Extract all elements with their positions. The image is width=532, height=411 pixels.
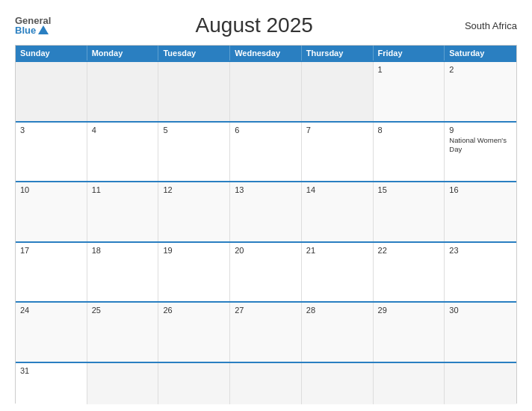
header: General Blue August 2025 South Africa: [15, 13, 517, 37]
table-row: 22: [374, 243, 445, 302]
header-thursday: Thursday: [302, 46, 374, 61]
table-row: [374, 363, 445, 404]
table-row: 17: [16, 243, 87, 302]
logo-blue-text: Blue: [15, 25, 36, 35]
table-row: 9 National Women's Day: [445, 123, 516, 182]
table-row: 6: [230, 123, 302, 182]
table-row: 31: [16, 363, 87, 404]
table-row: 19: [158, 243, 230, 302]
calendar-header: Sunday Monday Tuesday Wednesday Thursday…: [16, 46, 516, 61]
table-row: 10: [16, 182, 87, 241]
table-row: 24: [16, 303, 87, 362]
table-row: 7: [302, 123, 374, 182]
table-row: 1: [374, 62, 445, 121]
page-title: August 2025: [51, 13, 457, 37]
week-6: 31: [16, 362, 516, 403]
calendar-grid: Sunday Monday Tuesday Wednesday Thursday…: [15, 45, 517, 404]
table-row: [87, 363, 159, 404]
table-row: [230, 62, 302, 121]
table-row: 25: [87, 303, 159, 362]
table-row: 23: [445, 243, 516, 302]
header-friday: Friday: [374, 46, 445, 61]
table-row: 5: [158, 123, 230, 182]
table-row: 14: [302, 182, 374, 241]
table-row: 12: [158, 182, 230, 241]
table-row: 29: [374, 303, 445, 362]
week-3: 10 11 12 13 14 15 16: [16, 181, 516, 241]
table-row: 27: [230, 303, 302, 362]
table-row: 11: [87, 182, 159, 241]
table-row: 8: [374, 123, 445, 182]
table-row: [445, 363, 516, 404]
table-row: 28: [302, 303, 374, 362]
header-tuesday: Tuesday: [158, 46, 230, 61]
week-5: 24 25 26 27 28 29 30: [16, 301, 516, 362]
calendar-page: General Blue August 2025 South Africa Su…: [0, 0, 532, 411]
event-national-womens-day: National Women's Day: [449, 136, 512, 155]
table-row: [302, 62, 374, 121]
table-row: 3: [16, 123, 87, 182]
week-4: 17 18 19 20 21 22 23: [16, 241, 516, 302]
week-2: 3 4 5 6 7 8 9 National Women's Day: [16, 121, 516, 182]
logo-triangle-icon: [38, 25, 49, 34]
logo: General Blue: [15, 16, 51, 36]
table-row: [158, 363, 230, 404]
week-1: 1 2: [16, 61, 516, 121]
table-row: 13: [230, 182, 302, 241]
table-row: [158, 62, 230, 121]
table-row: 4: [87, 123, 159, 182]
header-sunday: Sunday: [16, 46, 87, 61]
header-saturday: Saturday: [445, 46, 516, 61]
table-row: [230, 363, 302, 404]
table-row: 2: [445, 62, 516, 121]
table-row: 30: [445, 303, 516, 362]
table-row: [16, 62, 87, 121]
header-wednesday: Wednesday: [230, 46, 302, 61]
table-row: 15: [374, 182, 445, 241]
table-row: 18: [87, 243, 159, 302]
header-monday: Monday: [87, 46, 159, 61]
table-row: [302, 363, 374, 404]
table-row: 26: [158, 303, 230, 362]
table-row: 16: [445, 182, 516, 241]
table-row: 21: [302, 243, 374, 302]
table-row: 20: [230, 243, 302, 302]
table-row: [87, 62, 159, 121]
logo-general-text: General: [15, 16, 51, 25]
country-label: South Africa: [457, 20, 517, 31]
calendar-body: 1 2 3 4 5 6 7 8 9 National Women's Day 1…: [16, 61, 516, 403]
